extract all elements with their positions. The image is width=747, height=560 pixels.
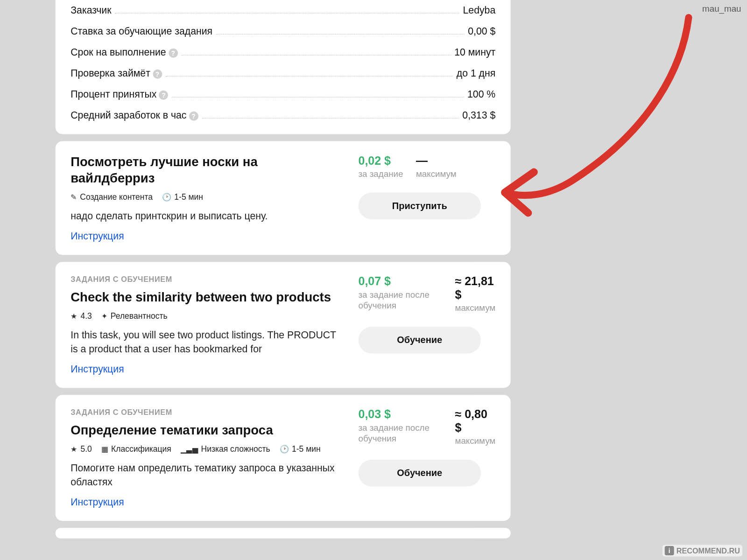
detail-row: Средний заработок в час?0,313 $ (70, 105, 495, 126)
max-label: максимум (416, 168, 457, 179)
task-meta-row: ★4.3✦Релевантность (70, 311, 341, 321)
detail-label: Проверка займёт (70, 68, 150, 79)
detail-value: 0,00 $ (468, 26, 495, 37)
task-left: ЗАДАНИЯ С ОБУЧЕНИЕМОпределение тематики … (70, 408, 346, 508)
start-button[interactable]: Приступить (359, 192, 481, 219)
detail-row: Ставка за обучающие задания0,00 $ (70, 21, 495, 42)
task-description: In this task, you will see two product l… (70, 329, 341, 356)
detail-dots (181, 55, 451, 56)
star-icon: ★ (70, 444, 78, 453)
task-right: 0,02 $за задание—максимумПриступить (359, 154, 496, 242)
task-title: Определение тематики запроса (70, 422, 341, 438)
clock-icon: 🕑 (162, 192, 171, 201)
detail-value: Ledyba (463, 5, 496, 16)
detail-label: Средний заработок в час (70, 110, 186, 121)
detail-row: Процент принятых?100 % (70, 84, 495, 105)
task-title: Check the similarity between two product… (70, 289, 341, 305)
task-right: 0,07 $за задание после обучения≈ 21,81 $… (359, 274, 496, 375)
task-meta-row: ★5.0▦Классификация▁▃▅Низкая сложность🕑1-… (70, 444, 341, 454)
task-left: Посмотреть лучшие носки на вайлдберриз✎С… (70, 154, 346, 242)
meta-text: Создание контента (80, 192, 153, 201)
max-label: максимум (455, 302, 496, 313)
detail-value: до 1 дня (457, 68, 495, 79)
detail-value: 10 минут (454, 47, 495, 58)
price-sub-label: за задание после обучения (359, 289, 443, 311)
meta-item: ✎Создание контента (70, 192, 153, 201)
help-icon[interactable]: ? (189, 112, 198, 121)
star-icon: ★ (70, 311, 78, 320)
meta-text: Классификация (111, 444, 171, 454)
max-label: максимум (455, 436, 496, 447)
help-icon[interactable]: ? (153, 70, 162, 79)
meta-item: 🕑1-5 мин (280, 444, 321, 454)
price-block: 0,02 $за задание—максимум (359, 154, 496, 180)
meta-item: ▁▃▅Низкая сложность (181, 444, 270, 454)
watermark-user: mau_mau (702, 4, 741, 14)
price-sub-label: за задание после обучения (359, 422, 443, 444)
watermark-site: i RECOMMEND.RU (662, 545, 742, 557)
watermark-site-text: RECOMMEND.RU (677, 546, 740, 555)
pencil-icon: ✎ (70, 192, 77, 201)
task-max-price: ≈ 0,80 $ (455, 408, 496, 435)
meta-text: 1-5 мин (174, 192, 203, 201)
training-button[interactable]: Обучение (359, 326, 481, 353)
bars-icon: ▁▃▅ (181, 444, 198, 453)
detail-label: Срок на выполнение (70, 47, 166, 58)
annotation-arrow (485, 12, 706, 233)
detail-label: Ставка за обучающие задания (70, 26, 212, 37)
task-card[interactable]: ЗАДАНИЯ С ОБУЧЕНИЕМCheck the similarity … (56, 262, 511, 388)
detail-row: ЗаказчикLedyba (70, 0, 495, 21)
clock-icon: 🕑 (280, 444, 289, 453)
instruction-link[interactable]: Инструкция (70, 497, 341, 508)
detail-value: 0,313 $ (462, 110, 495, 121)
task-max-price: — (416, 154, 457, 168)
detail-dots (172, 97, 464, 98)
training-badge: ЗАДАНИЯ С ОБУЧЕНИЕМ (70, 274, 341, 283)
detail-dots (115, 13, 459, 14)
task-meta-row: ✎Создание контента🕑1-5 мин (70, 192, 341, 201)
grid-icon: ▦ (101, 444, 108, 453)
task-card[interactable]: ЗАДАНИЯ С ОБУЧЕНИЕМОпределение тематики … (56, 395, 511, 521)
task-right: 0,03 $за задание после обучения≈ 0,80 $м… (359, 408, 496, 508)
detail-dots (165, 76, 453, 77)
help-icon[interactable]: ? (169, 49, 178, 58)
task-price: 0,07 $ (359, 274, 443, 288)
detail-label: Заказчик (70, 5, 111, 16)
meta-text: 4.3 (81, 311, 92, 321)
content-column: ЗаказчикLedybaСтавка за обучающие задани… (56, 0, 511, 546)
meta-item: 🕑1-5 мин (162, 192, 203, 201)
price-sub-label: за задание (359, 168, 403, 179)
meta-item: ★5.0 (70, 444, 92, 454)
task-left: ЗАДАНИЯ С ОБУЧЕНИЕМCheck the similarity … (70, 274, 346, 375)
instruction-link[interactable]: Инструкция (70, 230, 341, 242)
instruction-link[interactable]: Инструкция (70, 364, 341, 375)
meta-text: 5.0 (81, 444, 92, 454)
detail-label: Процент принятых (70, 89, 156, 100)
meta-item: ▦Классификация (101, 444, 171, 454)
detail-dots (216, 34, 465, 35)
puzzle-icon: ✦ (101, 311, 108, 320)
price-block: 0,07 $за задание после обучения≈ 21,81 $… (359, 274, 496, 313)
help-icon[interactable]: ? (159, 91, 168, 100)
training-button[interactable]: Обучение (359, 460, 481, 487)
task-price: 0,02 $ (359, 154, 403, 168)
task-price: 0,03 $ (359, 408, 443, 421)
task-description: надо сделать принтскрин и выписать цену. (70, 210, 341, 224)
task-details-card: ЗаказчикLedybaСтавка за обучающие задани… (56, 0, 511, 134)
meta-text: Релевантность (111, 311, 168, 321)
detail-value: 100 % (467, 89, 495, 100)
task-title: Посмотреть лучшие носки на вайлдберриз (70, 154, 341, 186)
meta-item: ★4.3 (70, 311, 92, 321)
training-badge: ЗАДАНИЯ С ОБУЧЕНИЕМ (70, 408, 341, 417)
detail-row: Проверка займёт?до 1 дня (70, 63, 495, 84)
task-description: Помогите нам определить тематику запроса… (70, 462, 341, 489)
detail-row: Срок на выполнение?10 минут (70, 42, 495, 63)
info-icon: i (665, 546, 674, 555)
meta-text: Низкая сложность (201, 444, 270, 454)
price-block: 0,03 $за задание после обучения≈ 0,80 $м… (359, 408, 496, 447)
detail-dots (202, 118, 459, 119)
meta-text: 1-5 мин (292, 444, 321, 454)
task-max-price: ≈ 21,81 $ (455, 274, 496, 301)
task-card[interactable]: Посмотреть лучшие носки на вайлдберриз✎С… (56, 141, 511, 255)
meta-item: ✦Релевантность (101, 311, 168, 321)
